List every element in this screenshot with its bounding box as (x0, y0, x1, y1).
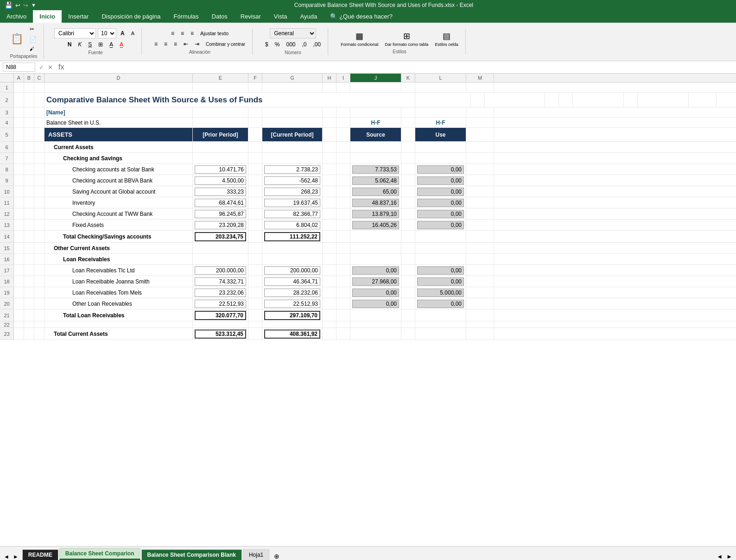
cell-14a[interactable] (14, 231, 24, 242)
cell-15c[interactable] (34, 243, 44, 253)
cell-11m[interactable] (466, 197, 494, 208)
cell-23h[interactable] (323, 328, 336, 340)
cell-19c[interactable] (34, 287, 44, 298)
cell-2g[interactable] (485, 93, 545, 107)
cell-1f[interactable] (248, 82, 262, 92)
customize-icon[interactable]: ▼ (31, 2, 36, 8)
cell-16b[interactable] (24, 254, 34, 264)
tlc-current[interactable]: 200.000,00 (262, 265, 323, 276)
cell-10m[interactable] (466, 186, 494, 197)
solar-bank-use[interactable]: 0,00 (415, 164, 466, 175)
cell-13i[interactable] (336, 220, 350, 230)
cell-17b[interactable] (24, 265, 34, 276)
inventory-source[interactable]: 48.837,16 (350, 197, 401, 208)
cell-2b[interactable] (24, 93, 34, 107)
cell-22h[interactable] (323, 321, 336, 327)
checking-savings-label[interactable]: Checking and Savings (44, 153, 193, 164)
cell-21h[interactable] (323, 309, 336, 321)
joanna-use[interactable]: 0,00 (415, 276, 466, 287)
cell-1g[interactable] (262, 82, 323, 92)
cell-18b[interactable] (24, 276, 34, 287)
cell-6j[interactable] (350, 142, 401, 152)
col-header-k[interactable]: K (401, 74, 415, 82)
cell-22l[interactable] (415, 321, 466, 327)
cell-2h[interactable] (545, 93, 559, 107)
cell-10a[interactable] (14, 186, 24, 197)
cell-3c[interactable] (34, 107, 44, 117)
fixed-assets-current[interactable]: 6.804,02 (262, 220, 323, 230)
cell-5a[interactable] (14, 128, 24, 141)
inventory-use[interactable]: 0,00 (415, 197, 466, 208)
total-current-prior[interactable]: 523.312,45 (193, 328, 248, 340)
cell-17h[interactable] (323, 265, 336, 276)
cell-10c[interactable] (34, 186, 44, 197)
tab-revisar[interactable]: Revisar (234, 10, 267, 23)
cell-11c[interactable] (34, 197, 44, 208)
cell-12b[interactable] (24, 208, 34, 219)
italic-button[interactable]: K (76, 40, 84, 49)
cell-21b[interactable] (24, 309, 34, 321)
cell-7c[interactable] (34, 153, 44, 164)
cell-22i[interactable] (336, 321, 350, 327)
tww-source[interactable]: 13.879,10 (350, 208, 401, 219)
source-header[interactable]: Source (350, 128, 401, 141)
undo-icon[interactable]: ↩ (15, 2, 20, 9)
wrap-text-button[interactable]: Ajustar texto (198, 29, 231, 38)
cell-23b[interactable] (24, 328, 34, 340)
col-header-l[interactable]: L (415, 74, 466, 82)
formula-input[interactable] (70, 63, 733, 72)
cell-22a[interactable] (14, 321, 24, 327)
cell-2k[interactable] (624, 93, 638, 107)
cell-9c[interactable] (34, 175, 44, 186)
current-assets-label[interactable]: Current Assets (44, 142, 193, 152)
total-current-current[interactable]: 408.361,92 (262, 328, 323, 340)
cell-8i[interactable] (336, 164, 350, 175)
font-color-button[interactable]: A̲ (117, 40, 126, 49)
cell-15a[interactable] (14, 243, 24, 253)
tab-insertar[interactable]: Insertar (62, 10, 95, 23)
cell-12f[interactable] (248, 208, 262, 219)
cell-8b[interactable] (24, 164, 34, 175)
cell-6i[interactable] (336, 142, 350, 152)
copy-button[interactable]: 📄 (27, 35, 39, 44)
cell-10i[interactable] (336, 186, 350, 197)
cell-6h[interactable] (323, 142, 336, 152)
total-loan-label[interactable]: Total Loan Receivables (44, 309, 193, 321)
tlc-label[interactable]: Loan Receivables Tlc Ltd (44, 265, 193, 276)
percent-button[interactable]: % (273, 40, 282, 49)
cell-18c[interactable] (34, 276, 44, 287)
cell-1b[interactable] (24, 82, 34, 92)
cell-15l[interactable] (415, 243, 466, 253)
align-bottom-button[interactable]: ≡ (188, 29, 196, 38)
cell-9h[interactable] (323, 175, 336, 186)
total-current-assets-label[interactable]: Total Current Assets (44, 328, 193, 340)
tab-ayuda[interactable]: Ayuda (294, 10, 324, 23)
cell-7g[interactable] (262, 153, 323, 164)
cell-16f[interactable] (248, 254, 262, 264)
bbva-label[interactable]: Checking account at BBVA Bank (44, 175, 193, 186)
cell-19i[interactable] (336, 287, 350, 298)
cell-5c[interactable] (34, 128, 44, 141)
cell-21m[interactable] (466, 309, 494, 321)
cell-14m[interactable] (466, 231, 494, 242)
global-label[interactable]: Saving Account at Global account (44, 186, 193, 197)
cell-16i[interactable] (336, 254, 350, 264)
global-source[interactable]: 65,00 (350, 186, 401, 197)
cell-3h[interactable] (323, 107, 336, 117)
cell-13c[interactable] (34, 220, 44, 230)
tlc-source[interactable]: 0,00 (350, 265, 401, 276)
solar-bank-prior[interactable]: 10.471,76 (193, 164, 248, 175)
col-header-j[interactable]: J (350, 74, 401, 82)
assets-header-cell[interactable]: ASSETS (44, 128, 193, 141)
cell-22f[interactable] (248, 321, 262, 327)
cell-13b[interactable] (24, 220, 34, 230)
row-num-4[interactable]: 4 (0, 118, 14, 128)
cell-20m[interactable] (466, 298, 494, 309)
bold-button[interactable]: N (65, 40, 74, 49)
other-loan-source[interactable]: 0,00 (350, 298, 401, 309)
cell-20a[interactable] (14, 298, 24, 309)
cell-4m[interactable] (466, 118, 494, 127)
cell-4k[interactable] (401, 118, 415, 127)
cell-19f[interactable] (248, 287, 262, 298)
cell-9f[interactable] (248, 175, 262, 186)
